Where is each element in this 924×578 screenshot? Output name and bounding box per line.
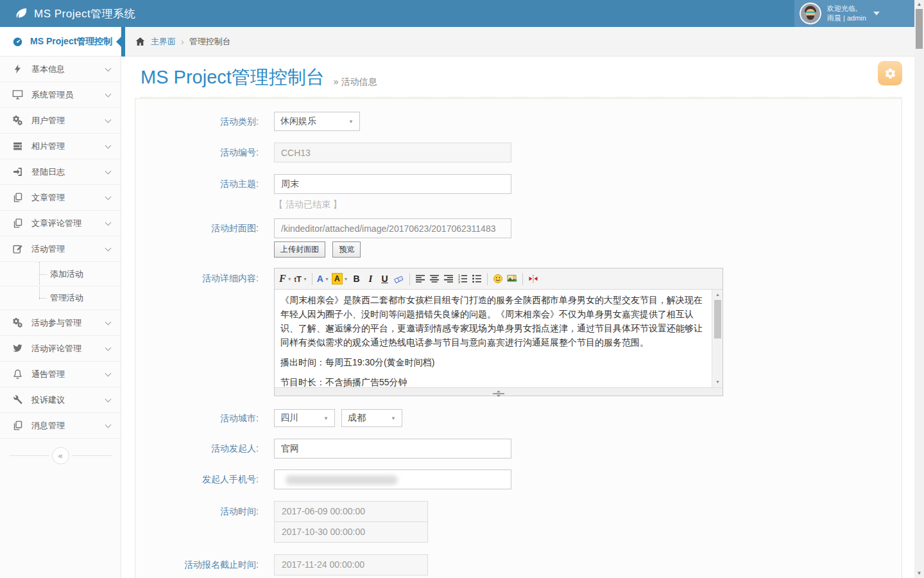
align-left-icon[interactable] xyxy=(413,271,427,286)
subject-input[interactable] xyxy=(274,174,511,194)
sidebar-item-article-comment-mgmt[interactable]: 文章评论管理 xyxy=(0,211,121,236)
insert-image-icon[interactable] xyxy=(505,271,519,286)
editor-resize-bar[interactable] xyxy=(275,387,723,396)
page-scrollbar-thumb[interactable] xyxy=(916,9,923,49)
sidebar-collapse-button[interactable]: « xyxy=(52,447,69,464)
italic-icon[interactable]: I xyxy=(364,271,378,286)
form-row-phone: 发起人手机号: xyxy=(135,469,902,489)
province-select[interactable]: 四川 ▼ xyxy=(274,409,335,427)
detail-label: 活动详细内容: xyxy=(135,268,259,396)
start-time-input[interactable]: 2017-06-09 00:00:00 xyxy=(274,501,428,522)
leaf-logo-icon xyxy=(14,6,28,21)
wrench-icon xyxy=(12,394,24,405)
bold-icon[interactable]: B xyxy=(350,271,364,286)
user-menu[interactable]: 欢迎光临, 雨晨 | admin xyxy=(794,0,914,27)
app-header: MS Project管理系统 欢迎光临, 雨晨 | admin xyxy=(0,0,914,27)
scroll-down-icon[interactable]: ▼ xyxy=(914,569,924,578)
rich-text-editor: F▼ tT▼ A▼ A▼ B I U 123 xyxy=(274,268,723,396)
form-row-city: 活动城市: 四川 ▼ 成都 ▼ xyxy=(135,409,902,427)
app-logo: MS Project管理系统 xyxy=(0,6,135,21)
form-row-deadline: 活动报名截止时间: 2017-11-24 00:00:00 xyxy=(135,554,902,575)
align-right-icon[interactable] xyxy=(441,271,456,286)
copy-icon xyxy=(12,420,24,431)
sidebar-item-activity-mgmt[interactable]: 活动管理 xyxy=(0,236,121,262)
resize-handle-icon[interactable] xyxy=(493,389,504,397)
cover-path-input[interactable] xyxy=(274,218,511,238)
editor-content[interactable]: 《周末相亲会》是陕西二套都市女孩栏目组专门打造的服务全陕西都市单身男女的大型交友… xyxy=(275,290,713,387)
bolt-icon xyxy=(12,64,24,74)
subject-label: 活动主题: xyxy=(135,174,259,211)
sidebar-item-activity-join-mgmt[interactable]: 活动参与管理 xyxy=(0,310,121,336)
chevron-down-icon xyxy=(105,193,112,200)
code-label: 活动编号: xyxy=(135,143,259,162)
editor-scroll-down-icon[interactable]: ▼ xyxy=(712,378,723,387)
sidebar-item-login-log[interactable]: 登陆日志 xyxy=(0,159,121,185)
chevron-down-icon xyxy=(105,168,112,174)
text-color-icon[interactable]: A▼ xyxy=(316,271,330,286)
sidebar-item-basic-info[interactable]: 基本信息 xyxy=(0,57,121,82)
phone-label: 发起人手机号: xyxy=(135,469,259,489)
sidebar-item-system-admin[interactable]: 系统管理员 xyxy=(0,82,121,108)
underline-icon[interactable]: U xyxy=(378,271,392,286)
align-center-icon[interactable] xyxy=(427,271,441,286)
preview-button[interactable]: 预览 xyxy=(332,241,361,258)
deadline-label: 活动报名截止时间: xyxy=(135,554,259,575)
editor-scroll-up-icon[interactable]: ▲ xyxy=(712,290,723,299)
cover-label: 活动封面图: xyxy=(135,218,259,258)
remove-format-icon[interactable] xyxy=(392,271,406,286)
ordered-list-icon[interactable]: 123 xyxy=(456,271,470,286)
fullscreen-icon[interactable] xyxy=(526,271,540,286)
editor-scrollbar-thumb[interactable] xyxy=(714,300,721,338)
font-family-icon[interactable]: F▼ xyxy=(278,271,293,286)
phone-input[interactable] xyxy=(274,469,511,489)
gear-icon xyxy=(884,67,896,80)
code-input[interactable] xyxy=(274,143,511,162)
tasks-icon xyxy=(12,141,24,152)
end-time-input[interactable]: 2017-10-30 00:00:00 xyxy=(274,521,428,543)
scroll-up-icon[interactable]: ▲ xyxy=(914,0,924,9)
app-title: MS Project管理系统 xyxy=(34,6,135,21)
initiator-input[interactable] xyxy=(274,439,511,459)
page-title: MS Project管理控制台 xyxy=(141,65,325,91)
sidebar-subitem-add-activity[interactable]: 添加活动 xyxy=(0,262,121,286)
page-title-row: MS Project管理控制台 » 活动信息 xyxy=(141,57,902,98)
redacted-phone-value xyxy=(286,475,398,485)
chevron-down-icon xyxy=(105,370,112,376)
chevron-down-icon xyxy=(105,344,112,351)
sidebar-item-user-mgmt[interactable]: 用户管理 xyxy=(0,108,121,134)
deadline-input[interactable]: 2017-11-24 00:00:00 xyxy=(274,554,428,575)
form-row-category: 活动类别: 休闲娱乐 ▼ xyxy=(135,112,902,131)
font-size-icon[interactable]: tT▼ xyxy=(293,271,309,286)
sidebar-item-activity-comment-mgmt[interactable]: 活动评论管理 xyxy=(0,336,121,362)
highlight-color-icon[interactable]: A▼ xyxy=(330,271,350,286)
select-caret-icon: ▼ xyxy=(323,416,329,421)
emoticon-icon[interactable] xyxy=(491,271,505,286)
edit-icon xyxy=(12,243,24,254)
upload-cover-button[interactable]: 上传封面图 xyxy=(274,241,325,258)
breadcrumb-home-link[interactable]: 主界面 xyxy=(151,36,176,48)
sidebar-item-dashboard[interactable]: MS Project管理控制 xyxy=(0,27,121,57)
settings-button[interactable] xyxy=(878,61,902,85)
sign-in-icon xyxy=(12,166,24,177)
editor-scrollbar[interactable]: ▲ ▼ xyxy=(712,290,723,387)
sidebar: MS Project管理控制 基本信息 系统管理员 用户管理 相片管理 登陆日志… xyxy=(0,27,121,578)
home-icon[interactable] xyxy=(135,36,146,47)
activity-form-panel: 活动类别: 休闲娱乐 ▼ 活动编号: 活动主题: 【 活动已结束 】 活动封面图… xyxy=(135,98,902,578)
page-scrollbar[interactable]: ▲ ▼ xyxy=(914,0,924,578)
sidebar-item-notice-mgmt[interactable]: 通告管理 xyxy=(0,362,121,387)
sidebar-subitem-manage-activity[interactable]: 管理活动 xyxy=(0,286,121,310)
category-select[interactable]: 休闲娱乐 ▼ xyxy=(274,112,360,131)
chevron-down-icon xyxy=(105,319,112,325)
city-select[interactable]: 成都 ▼ xyxy=(341,409,402,427)
sidebar-collapse-row: « xyxy=(0,439,121,473)
sidebar-item-photo-mgmt[interactable]: 相片管理 xyxy=(0,134,121,159)
unordered-list-icon[interactable] xyxy=(470,271,484,286)
time-label: 活动时间: xyxy=(135,501,259,543)
sidebar-item-complaint[interactable]: 投诉建议 xyxy=(0,387,121,413)
welcome-text: 欢迎光临, 雨晨 | admin xyxy=(827,4,866,23)
user-avatar xyxy=(800,3,821,24)
sidebar-item-article-mgmt[interactable]: 文章管理 xyxy=(0,185,121,211)
form-row-initiator: 活动发起人: xyxy=(135,439,902,459)
activity-submenu: 添加活动 管理活动 xyxy=(0,262,121,310)
sidebar-item-message-mgmt[interactable]: 消息管理 xyxy=(0,413,121,439)
